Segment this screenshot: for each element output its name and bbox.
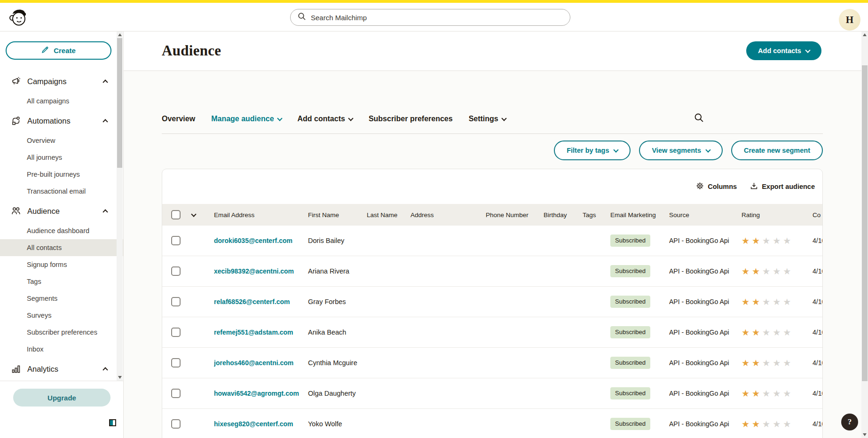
sidebar-subitem[interactable]: Inbox bbox=[0, 341, 123, 358]
tab[interactable]: Manage audience bbox=[211, 115, 281, 123]
top-accent-bar bbox=[0, 0, 868, 3]
select-options-chevron-icon[interactable] bbox=[191, 211, 196, 217]
upgrade-button[interactable]: Upgrade bbox=[13, 389, 110, 407]
row-checkbox[interactable] bbox=[171, 358, 181, 368]
column-header[interactable]: Source bbox=[669, 211, 742, 219]
column-header[interactable]: First Name bbox=[308, 211, 367, 219]
table-row[interactable]: refemej551@adstam.com Anika Beach Subscr… bbox=[162, 317, 822, 348]
sidebar-subitem[interactable]: Overview bbox=[0, 132, 123, 149]
sidebar-subitem[interactable]: Subscriber preferences bbox=[0, 324, 123, 341]
table-search-button[interactable] bbox=[694, 113, 704, 123]
column-header[interactable]: Birthday bbox=[544, 211, 583, 219]
sidebar-subitem[interactable]: Tags bbox=[0, 273, 123, 290]
star-filled-icon: ★ bbox=[752, 358, 762, 368]
tab[interactable]: Overview bbox=[162, 115, 195, 123]
mailchimp-logo[interactable] bbox=[8, 6, 27, 29]
email-link[interactable]: xecib98392@acentni.com bbox=[214, 267, 294, 275]
filter-button[interactable]: Create new segment bbox=[731, 141, 823, 160]
table-row[interactable]: relaf68526@centerf.com Gray Forbes Subsc… bbox=[162, 287, 822, 317]
sidebar-item-audience[interactable]: Audience bbox=[0, 200, 123, 222]
row-cells: jorehos460@acentni.com Cynthia Mcguire S… bbox=[214, 357, 822, 369]
column-header[interactable]: Rating bbox=[742, 211, 813, 219]
column-header[interactable]: Co bbox=[813, 211, 823, 219]
email-link[interactable]: refemej551@adstam.com bbox=[214, 328, 293, 336]
sidebar-subitem[interactable]: Audience dashboard bbox=[0, 222, 123, 239]
sidebar-subitem[interactable]: Signup forms bbox=[0, 256, 123, 273]
add-contacts-button[interactable]: Add contacts bbox=[746, 41, 821, 60]
avatar[interactable]: H bbox=[839, 9, 860, 31]
cell-email-marketing: Subscribed bbox=[610, 418, 669, 430]
cell-email-address: jorehos460@acentni.com bbox=[214, 359, 308, 367]
table-row[interactable]: xecib98392@acentni.com Ariana Rivera Sub… bbox=[162, 256, 822, 287]
sidebar-scrollbar[interactable] bbox=[117, 31, 123, 381]
star-empty-icon: ★ bbox=[762, 358, 773, 368]
sidebar-subitem-label: Surveys bbox=[27, 312, 51, 319]
table-row[interactable]: jorehos460@acentni.com Cynthia Mcguire S… bbox=[162, 348, 822, 378]
page-scrollbar[interactable] bbox=[861, 31, 868, 438]
sidebar-subitem[interactable]: Surveys bbox=[0, 307, 123, 324]
status-badge: Subscribed bbox=[610, 418, 650, 430]
row-checkbox[interactable] bbox=[171, 266, 181, 276]
table-body: doroki6035@centerf.com Doris Bailey Subs… bbox=[162, 226, 822, 438]
tab[interactable]: Subscriber preferences bbox=[369, 115, 453, 123]
page-scrollbar-thumb[interactable] bbox=[862, 65, 868, 381]
email-link[interactable]: relaf68526@centerf.com bbox=[214, 298, 290, 305]
email-link[interactable]: jorehos460@acentni.com bbox=[214, 359, 293, 367]
email-link[interactable]: doroki6035@centerf.com bbox=[214, 237, 292, 244]
search-icon bbox=[298, 12, 306, 23]
cell-email-address: howavi6542@agromgt.com bbox=[214, 390, 308, 397]
filter-button[interactable]: Filter by tags bbox=[554, 141, 631, 160]
sidebar-footer-divider bbox=[0, 381, 123, 381]
table-row[interactable]: hixeseg820@centerf.com Yoko Wolfe Subscr… bbox=[162, 409, 822, 438]
cell-source: API - BookingGo Api bbox=[669, 237, 742, 244]
select-all-checkbox[interactable] bbox=[171, 210, 181, 219]
sidebar-item-campaigns[interactable]: Campaigns bbox=[0, 70, 123, 93]
row-checkbox[interactable] bbox=[171, 389, 181, 398]
row-checkbox[interactable] bbox=[171, 328, 181, 337]
help-button[interactable]: ? bbox=[841, 414, 858, 430]
row-checkbox[interactable] bbox=[171, 236, 181, 245]
star-empty-icon: ★ bbox=[773, 419, 783, 429]
star-filled-icon: ★ bbox=[752, 389, 762, 399]
cell-email-address: doroki6035@centerf.com bbox=[214, 237, 308, 244]
filter-button[interactable]: View segments bbox=[639, 141, 723, 160]
column-header[interactable]: Email Address bbox=[214, 211, 308, 219]
column-header[interactable]: Tags bbox=[583, 211, 610, 219]
sidebar-subitem[interactable]: All contacts bbox=[0, 239, 123, 256]
sidebar-item-analytics[interactable]: Analytics bbox=[0, 358, 123, 380]
scroll-up-arrow[interactable] bbox=[117, 32, 123, 38]
sidebar-subitem[interactable]: All journeys bbox=[0, 149, 123, 166]
search-input[interactable] bbox=[311, 14, 563, 22]
table-row[interactable]: howavi6542@agromgt.com Olga Daugherty Su… bbox=[162, 378, 822, 409]
column-header[interactable]: Last Name bbox=[367, 211, 410, 219]
sidebar-subitem[interactable]: Segments bbox=[0, 290, 123, 307]
column-header[interactable]: Address bbox=[410, 211, 486, 219]
row-checkbox[interactable] bbox=[171, 297, 181, 306]
email-link[interactable]: howavi6542@agromgt.com bbox=[214, 390, 299, 397]
email-link[interactable]: hixeseg820@centerf.com bbox=[214, 420, 293, 428]
column-header[interactable]: Email Marketing bbox=[610, 211, 669, 219]
sidebar-subitem[interactable]: All campaigns bbox=[0, 93, 123, 110]
tab[interactable]: Settings bbox=[469, 115, 506, 123]
scroll-down-arrow[interactable] bbox=[117, 375, 123, 380]
star-filled-icon: ★ bbox=[742, 297, 752, 307]
tab[interactable]: Add contacts bbox=[298, 115, 353, 123]
columns-button[interactable]: Columns bbox=[696, 182, 737, 191]
column-header[interactable]: Phone Number bbox=[486, 211, 544, 219]
sidebar-subitem-label: Subscriber preferences bbox=[27, 328, 97, 336]
export-audience-button[interactable]: Export audience bbox=[750, 182, 815, 191]
table-row[interactable]: doroki6035@centerf.com Doris Bailey Subs… bbox=[162, 226, 822, 256]
star-empty-icon: ★ bbox=[773, 266, 783, 276]
sidebar-item-automations[interactable]: Automations bbox=[0, 110, 123, 132]
scroll-down-arrow[interactable] bbox=[861, 432, 868, 438]
create-button[interactable]: Create bbox=[6, 41, 111, 60]
sidebar-subitem[interactable]: Pre-built journeys bbox=[0, 166, 123, 183]
row-checkbox[interactable] bbox=[171, 419, 181, 429]
tab-label: Overview bbox=[162, 115, 195, 123]
scroll-up-arrow[interactable] bbox=[861, 32, 868, 38]
collapse-sidebar-icon[interactable] bbox=[109, 419, 116, 426]
status-badge: Subscribed bbox=[610, 265, 650, 277]
sidebar-scrollbar-thumb[interactable] bbox=[117, 38, 122, 168]
status-badge: Subscribed bbox=[610, 326, 650, 338]
sidebar-subitem[interactable]: Transactional email bbox=[0, 183, 123, 200]
